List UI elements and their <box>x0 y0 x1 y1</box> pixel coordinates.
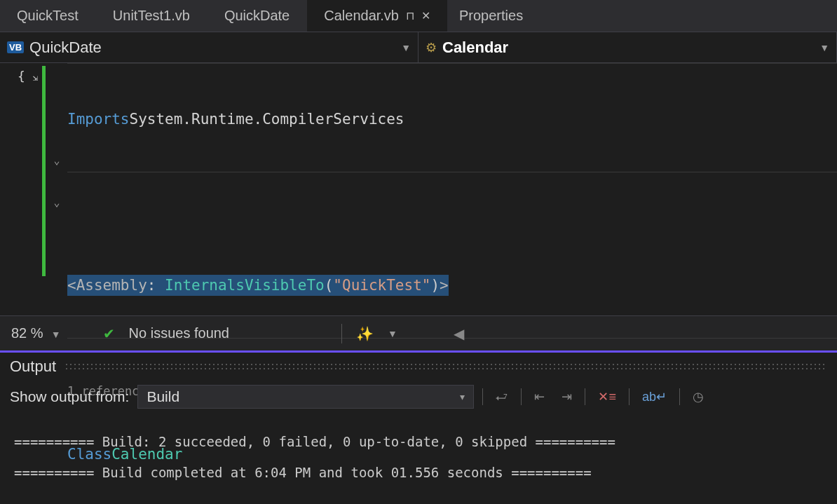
tab-label: Calendar.vb <box>324 8 399 24</box>
code-nav-bar: VB QuickDate ▼ ⚙ Calendar ▼ <box>0 32 837 63</box>
pin-icon[interactable]: ⊓ <box>406 9 414 22</box>
code-editor[interactable]: { ⇲ ⌄ ⌄ Imports System.Runtime.CompilerS… <box>0 63 837 315</box>
fold-column: ⌄ ⌄ <box>46 63 67 315</box>
tab-label: QuickTest <box>17 8 79 24</box>
close-icon[interactable]: ✕ <box>421 9 430 22</box>
chevron-down-icon: ▾ <box>460 391 465 402</box>
chevron-down-icon[interactable]: ▼ <box>388 328 397 339</box>
go-to-line-icon[interactable]: ⮐ <box>491 387 512 407</box>
tab-label: QuickDate <box>224 8 290 24</box>
tab-label: UnitTest1.vb <box>113 8 190 24</box>
output-source-select[interactable]: Build ▾ <box>137 385 474 409</box>
nav-project-label: QuickDate <box>29 39 102 57</box>
tab-unittest1[interactable]: UnitTest1.vb <box>96 0 207 32</box>
editor-gutter: { ⇲ <box>0 63 42 315</box>
clear-icon[interactable]: ✕≡ <box>594 386 620 407</box>
nav-project-dropdown[interactable]: VB QuickDate ▼ <box>0 32 418 62</box>
chevron-down-icon: ▼ <box>401 42 411 53</box>
show-output-label: Show output from: <box>10 388 129 405</box>
fold-toggle[interactable]: ⌄ <box>46 150 67 171</box>
timestamp-icon[interactable]: ◷ <box>688 386 708 407</box>
zoom-level[interactable]: 82 % ▼ <box>11 325 61 341</box>
code-area[interactable]: Imports System.Runtime.CompilerServices … <box>67 63 837 315</box>
chevron-down-icon: ▼ <box>819 42 829 53</box>
check-icon: ✔ <box>103 325 115 342</box>
prev-message-icon[interactable]: ⇤ <box>530 386 549 407</box>
nav-back-icon[interactable]: ◀ <box>454 325 464 342</box>
tab-quicktest[interactable]: QuickTest <box>0 0 96 32</box>
next-message-icon[interactable]: ⇥ <box>557 386 576 407</box>
class-icon: ⚙ <box>426 40 437 55</box>
tab-properties[interactable]: Properties <box>448 0 535 32</box>
vb-icon: VB <box>7 41 24 53</box>
grip-dots[interactable] <box>64 362 827 371</box>
cleanup-icon[interactable]: ✨ <box>356 325 374 342</box>
nav-class-label: Calendar <box>442 39 508 57</box>
tab-label: Properties <box>459 8 523 24</box>
issues-status[interactable]: No issues found <box>129 325 229 341</box>
document-tabs: QuickTest UnitTest1.vb QuickDate Calenda… <box>0 0 837 32</box>
tab-calendar[interactable]: Calendar.vb ⊓ ✕ <box>307 0 448 32</box>
tab-quickdate[interactable]: QuickDate <box>207 0 307 32</box>
output-title: Output <box>10 357 56 376</box>
nav-class-dropdown[interactable]: ⚙ Calendar ▼ <box>418 32 837 62</box>
fold-toggle[interactable]: ⌄ <box>46 192 67 213</box>
word-wrap-icon[interactable]: ab↵ <box>638 386 671 407</box>
